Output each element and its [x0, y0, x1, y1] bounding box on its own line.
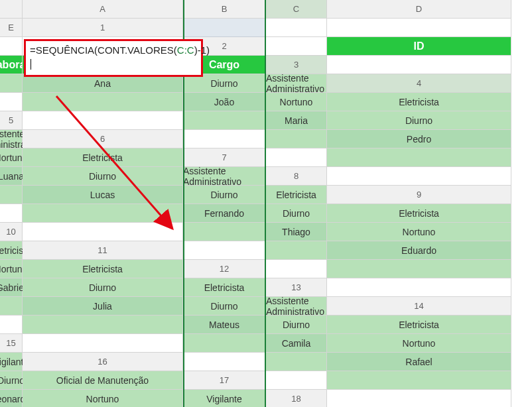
- cell-A2[interactable]: [266, 37, 327, 56]
- cell-D9[interactable]: Diurno: [266, 204, 327, 223]
- cell-B1[interactable]: [266, 19, 327, 37]
- cell-B17[interactable]: [327, 371, 511, 390]
- cell-D15[interactable]: Nortuno: [327, 334, 511, 353]
- cell-C6[interactable]: Pedro: [327, 130, 511, 148]
- cell-B4[interactable]: [23, 93, 183, 111]
- cell-D1[interactable]: [0, 37, 23, 56]
- row-header-5[interactable]: 5: [0, 111, 23, 130]
- cell-E10[interactable]: Eletricista: [0, 241, 23, 260]
- cell-D3[interactable]: Diurno: [183, 74, 266, 93]
- row-header-12[interactable]: 12: [183, 260, 266, 278]
- row-header-18[interactable]: 18: [266, 390, 327, 407]
- cell-C15[interactable]: Camila: [266, 334, 327, 353]
- cell-E15[interactable]: Vigilante: [0, 353, 23, 371]
- cell-E12[interactable]: Eletricista: [183, 278, 266, 297]
- cell-C13[interactable]: Julia: [23, 297, 183, 316]
- cell-C9[interactable]: Fernando: [183, 204, 266, 223]
- cell-E8[interactable]: Eletricista: [266, 186, 327, 204]
- cell-A17[interactable]: [266, 371, 327, 390]
- cell-A12[interactable]: [266, 260, 327, 278]
- cell-B3[interactable]: [0, 74, 23, 93]
- cell-E6[interactable]: Eletricista: [23, 148, 183, 167]
- cell-A3[interactable]: [327, 56, 511, 74]
- cell-C3[interactable]: Ana: [23, 74, 183, 93]
- cell-B15[interactable]: [183, 334, 266, 353]
- cell-C1[interactable]: [327, 19, 511, 37]
- cell-D11[interactable]: Nortuno: [0, 260, 23, 278]
- row-header-3[interactable]: 3: [266, 56, 327, 74]
- cell-C14[interactable]: Mateus: [183, 316, 266, 334]
- cell-A18[interactable]: [327, 390, 511, 407]
- cell-B7[interactable]: [327, 148, 511, 167]
- cell-A14[interactable]: [0, 316, 23, 334]
- cell-E4[interactable]: Eletricista: [327, 93, 511, 111]
- cell-C11[interactable]: Eduardo: [327, 241, 511, 260]
- cell-A13[interactable]: [327, 278, 511, 297]
- cell-E17[interactable]: Vigilante: [183, 390, 266, 407]
- cell-B10[interactable]: [183, 223, 266, 241]
- row-header-11[interactable]: 11: [23, 241, 183, 260]
- cell-B11[interactable]: [266, 241, 327, 260]
- cell-B16[interactable]: [266, 353, 327, 371]
- cell-A1[interactable]: [183, 19, 266, 37]
- cell-C12[interactable]: Gabriel: [0, 278, 23, 297]
- cell-A5[interactable]: [23, 111, 183, 130]
- col-header-B[interactable]: B: [183, 0, 266, 19]
- cell-E11[interactable]: Eletricista: [23, 260, 183, 278]
- cell-E9[interactable]: Eletricista: [327, 204, 511, 223]
- cell-C10[interactable]: Thiago: [266, 223, 327, 241]
- cell-B5[interactable]: [183, 111, 266, 130]
- cell-D6[interactable]: Nortuno: [0, 148, 23, 167]
- col-header-A[interactable]: A: [23, 0, 183, 19]
- cell-A9[interactable]: [0, 204, 23, 223]
- cell-B2[interactable]: ID: [327, 37, 511, 56]
- cell-D8[interactable]: Diurno: [183, 186, 266, 204]
- cell-C4[interactable]: João: [183, 93, 266, 111]
- cell-E3[interactable]: Assistente Administrativo: [266, 74, 327, 93]
- cell-A11[interactable]: [183, 241, 266, 260]
- row-header-13[interactable]: 13: [266, 278, 327, 297]
- cell-B14[interactable]: [23, 316, 183, 334]
- cell-E13[interactable]: Assistente Administrativo: [266, 297, 327, 316]
- row-header-16[interactable]: 16: [23, 353, 183, 371]
- row-header-4[interactable]: 4: [327, 74, 511, 93]
- cell-A6[interactable]: [183, 130, 266, 148]
- cell-B8[interactable]: [0, 186, 23, 204]
- row-header-1[interactable]: 1: [23, 19, 183, 37]
- cell-D13[interactable]: Diurno: [183, 297, 266, 316]
- cell-A16[interactable]: [183, 353, 266, 371]
- col-header-E[interactable]: E: [0, 19, 23, 37]
- cell-D7[interactable]: Diurno: [23, 167, 183, 186]
- col-header-D[interactable]: D: [327, 0, 511, 19]
- cell-E7[interactable]: Assistente Administrativo: [183, 167, 266, 186]
- cell-D12[interactable]: Diurno: [23, 278, 183, 297]
- row-header-7[interactable]: 7: [183, 148, 266, 167]
- select-all-corner[interactable]: [0, 0, 23, 19]
- cell-D5[interactable]: Diurno: [327, 111, 511, 130]
- row-header-10[interactable]: 10: [0, 223, 23, 241]
- cell-B9[interactable]: [23, 204, 183, 223]
- cell-A8[interactable]: [327, 167, 511, 186]
- cell-B12[interactable]: [327, 260, 511, 278]
- cell-D17[interactable]: Nortuno: [23, 390, 183, 407]
- row-header-14[interactable]: 14: [327, 297, 511, 316]
- cell-D4[interactable]: Nortuno: [266, 93, 327, 111]
- row-header-6[interactable]: 6: [23, 130, 183, 148]
- cell-E16[interactable]: Oficial de Manutenção: [23, 371, 183, 390]
- cell-B6[interactable]: [266, 130, 327, 148]
- cell-B13[interactable]: [0, 297, 23, 316]
- cell-D16[interactable]: Diurno: [0, 371, 23, 390]
- cell-E14[interactable]: Eletricista: [327, 316, 511, 334]
- cell-C7[interactable]: Luana: [0, 167, 23, 186]
- cell-A15[interactable]: [23, 334, 183, 353]
- cell-C8[interactable]: Lucas: [23, 186, 183, 204]
- cell-A4[interactable]: [0, 93, 23, 111]
- cell-C2[interactable]: Colaborador: [0, 56, 23, 74]
- cell-A10[interactable]: [23, 223, 183, 241]
- row-header-17[interactable]: 17: [183, 371, 266, 390]
- cell-A7[interactable]: [266, 148, 327, 167]
- row-header-15[interactable]: 15: [0, 334, 23, 353]
- row-header-8[interactable]: 8: [266, 167, 327, 186]
- cell-E5[interactable]: Assistente Administrativo: [0, 130, 23, 148]
- cell-D14[interactable]: Diurno: [266, 316, 327, 334]
